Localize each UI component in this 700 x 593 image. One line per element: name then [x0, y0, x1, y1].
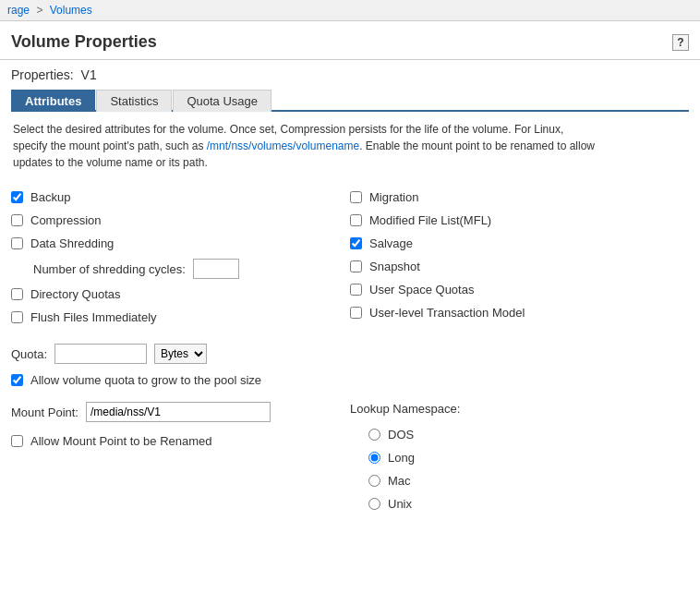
compression-label[interactable]: Compression	[30, 213, 102, 227]
backup-label[interactable]: Backup	[30, 190, 70, 204]
mac-label[interactable]: Mac	[388, 474, 411, 488]
allow-quota-label[interactable]: Allow volume quota to grow to the pool s…	[30, 373, 261, 387]
unix-label[interactable]: Unix	[388, 497, 412, 511]
allow-rename-row: Allow Mount Point to be Renamed	[11, 430, 350, 453]
radio-long: Long	[350, 446, 689, 469]
quota-row: Quota: Bytes KB MB GB TB	[11, 338, 689, 369]
snapshot-label[interactable]: Snapshot	[369, 260, 420, 273]
checkbox-compression: Compression	[11, 209, 332, 232]
description-text: Select the desired attributes for the vo…	[11, 121, 689, 171]
properties-label: Properties: V1	[11, 67, 689, 82]
checkbox-migration: Migration	[350, 186, 689, 209]
mount-point-label: Mount Point:	[11, 405, 78, 419]
long-label[interactable]: Long	[388, 451, 415, 465]
checkbox-user-space-quotas: User Space Quotas	[350, 278, 689, 301]
allow-quota-checkbox[interactable]	[11, 374, 23, 386]
mac-radio[interactable]	[368, 475, 380, 487]
mount-point-row: Mount Point:	[11, 402, 350, 422]
mount-point-section: Mount Point: Allow Mount Point to be Ren…	[11, 402, 350, 453]
user-level-transaction-label[interactable]: User-level Transaction Model	[369, 306, 525, 320]
salvage-checkbox[interactable]	[350, 237, 362, 249]
data-shredding-checkbox[interactable]	[11, 237, 23, 249]
long-radio[interactable]	[368, 452, 380, 464]
properties-section: Properties: V1 Attributes Statistics Quo…	[0, 60, 700, 112]
shredding-cycles-row: Number of shredding cycles:	[11, 255, 332, 283]
quota-unit-select[interactable]: Bytes KB MB GB TB	[154, 344, 207, 364]
checkbox-data-shredding: Data Shredding	[11, 232, 332, 255]
breadcrumb-rage-link[interactable]: rage	[7, 4, 30, 17]
tab-statistics[interactable]: Statistics	[96, 90, 172, 112]
user-level-transaction-checkbox[interactable]	[350, 307, 362, 319]
radio-unix: Unix	[350, 492, 689, 515]
flush-files-checkbox[interactable]	[11, 311, 23, 323]
tab-quota-usage[interactable]: Quota Usage	[173, 90, 272, 112]
shredding-cycles-input[interactable]	[193, 259, 239, 279]
salvage-label[interactable]: Salvage	[369, 236, 413, 250]
help-icon[interactable]: ?	[672, 34, 689, 51]
breadcrumb: rage > Volumes	[0, 0, 700, 21]
checkbox-flush-files: Flush Files Immediately	[11, 306, 332, 329]
shredding-cycles-label: Number of shredding cycles:	[33, 262, 186, 276]
lookup-namespace-label: Lookup Namespace:	[350, 402, 689, 416]
dos-radio[interactable]	[368, 429, 380, 441]
allow-rename-label[interactable]: Allow Mount Point to be Renamed	[30, 434, 212, 448]
allow-quota-row: Allow volume quota to grow to the pool s…	[11, 369, 689, 396]
snapshot-checkbox[interactable]	[350, 260, 362, 272]
lookup-section: Lookup Namespace: DOS Long Mac Unix	[350, 402, 689, 515]
radio-dos: DOS	[350, 423, 689, 446]
data-shredding-label[interactable]: Data Shredding	[30, 236, 114, 250]
modified-file-list-label[interactable]: Modified File List(MFL)	[369, 213, 491, 227]
checkbox-snapshot: Snapshot	[350, 255, 689, 278]
checkbox-directory-quotas: Directory Quotas	[11, 283, 332, 306]
unix-radio[interactable]	[368, 498, 380, 510]
user-space-quotas-label[interactable]: User Space Quotas	[369, 283, 474, 296]
directory-quotas-label[interactable]: Directory Quotas	[30, 287, 121, 301]
mount-point-input[interactable]	[86, 402, 271, 422]
breadcrumb-volumes-link[interactable]: Volumes	[50, 4, 92, 17]
left-attributes-col: Backup Compression Data Shredding Number…	[11, 186, 350, 329]
radio-mac: Mac	[350, 469, 689, 492]
volume-name: V1	[81, 67, 97, 82]
checkbox-backup: Backup	[11, 186, 332, 209]
migration-label[interactable]: Migration	[369, 190, 418, 204]
breadcrumb-separator: >	[36, 4, 42, 17]
dos-label[interactable]: DOS	[388, 428, 414, 442]
page-header: Volume Properties ?	[0, 21, 700, 60]
migration-checkbox[interactable]	[350, 191, 362, 203]
flush-files-label[interactable]: Flush Files Immediately	[30, 310, 157, 324]
allow-rename-checkbox[interactable]	[11, 435, 23, 447]
compression-checkbox[interactable]	[11, 214, 23, 226]
quota-input[interactable]	[54, 344, 147, 364]
tab-attributes[interactable]: Attributes	[11, 90, 95, 112]
tabs-container: Attributes Statistics Quota Usage	[11, 88, 689, 112]
directory-quotas-checkbox[interactable]	[11, 288, 23, 300]
modified-file-list-checkbox[interactable]	[350, 214, 362, 226]
content-area: Select the desired attributes for the vo…	[0, 121, 700, 526]
backup-checkbox[interactable]	[11, 191, 23, 203]
page-title: Volume Properties	[11, 32, 157, 52]
mount-lookup-section: Mount Point: Allow Mount Point to be Ren…	[11, 396, 689, 515]
right-attributes-col: Migration Modified File List(MFL) Salvag…	[350, 186, 689, 329]
checkbox-salvage: Salvage	[350, 232, 689, 255]
user-space-quotas-checkbox[interactable]	[350, 284, 362, 296]
quota-label: Quota:	[11, 347, 47, 361]
checkbox-modified-file-list: Modified File List(MFL)	[350, 209, 689, 232]
checkbox-user-level-transaction: User-level Transaction Model	[350, 301, 689, 324]
